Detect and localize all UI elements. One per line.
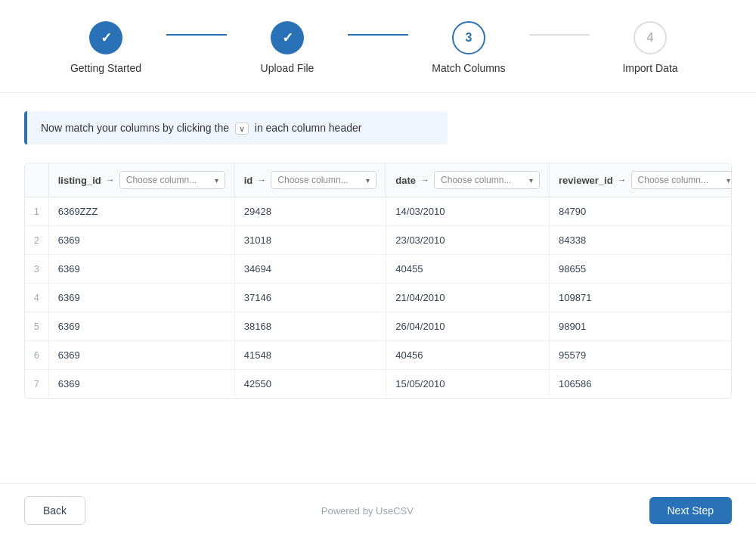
cell-reviewer-id: 84790 <box>550 197 732 226</box>
footer: Back Powered by UseCSV Next Step <box>0 483 756 537</box>
cell-listing-id: 6369 <box>48 226 234 255</box>
step-label-upload-file: Upload File <box>261 62 314 74</box>
data-table-wrapper: listing_id → Choose column... ▾ id → <box>24 163 732 399</box>
cell-reviewer-id: 98655 <box>550 255 732 284</box>
cell-listing-id: 6369 <box>48 312 234 341</box>
cell-date: 15/05/2010 <box>386 370 550 399</box>
listing-id-select[interactable]: Choose column... ▾ <box>119 171 225 189</box>
cell-date: 23/03/2010 <box>386 226 550 255</box>
next-step-button[interactable]: Next Step <box>649 497 732 524</box>
cell-id: 42550 <box>234 370 386 399</box>
chevron-example: ∨ <box>235 123 249 135</box>
step-circle-import-data: 4 <box>634 21 667 54</box>
brand-text: Powered by UseCSV <box>321 505 414 517</box>
check-icon-2: ✓ <box>282 29 293 46</box>
step-upload-file: ✓ Upload File <box>227 21 348 74</box>
cell-reviewer-id: 95579 <box>550 341 732 370</box>
arrow-icon-2: → <box>257 175 266 185</box>
cell-id: 31018 <box>234 226 386 255</box>
cell-row-num: 6 <box>25 341 48 370</box>
cell-listing-id: 6369 <box>48 370 234 399</box>
cell-listing-id: 6369 <box>48 341 234 370</box>
table-row: 3 6369 34694 40455 98655 <box>25 255 732 284</box>
check-icon: ✓ <box>101 29 112 46</box>
cell-date: 14/03/2010 <box>386 197 550 226</box>
dropdown-icon-3: ▾ <box>529 176 533 185</box>
step-number-match: 3 <box>466 31 472 45</box>
cell-date: 21/04/2010 <box>386 284 550 312</box>
cell-reviewer-id: 98901 <box>550 312 732 341</box>
data-table: listing_id → Choose column... ▾ id → <box>25 163 732 398</box>
cell-date: 40455 <box>386 255 550 284</box>
cell-id: 37146 <box>234 284 386 312</box>
cell-listing-id: 6369 <box>48 284 234 312</box>
step-label-import-data: Import Data <box>622 62 677 74</box>
main-content: Now match your columns by clicking the ∨… <box>0 93 756 483</box>
step-circle-upload-file: ✓ <box>271 21 304 54</box>
table-row: 1 6369ZZZ 29428 14/03/2010 84790 <box>25 197 732 226</box>
th-listing-id: listing_id → Choose column... ▾ <box>48 163 234 197</box>
step-getting-started: ✓ Getting Started <box>45 21 166 74</box>
arrow-icon-3: → <box>420 175 429 185</box>
cell-id: 38168 <box>234 312 386 341</box>
table-row: 6 6369 41548 40456 95579 <box>25 341 732 370</box>
cell-reviewer-id: 109871 <box>550 284 732 312</box>
dropdown-icon-1: ▾ <box>215 176 218 185</box>
cell-reviewer-id: 84338 <box>550 226 732 255</box>
arrow-icon-4: → <box>618 175 627 185</box>
step-circle-match-columns: 3 <box>452 21 485 54</box>
cell-row-num: 1 <box>25 197 48 226</box>
cell-row-num: 2 <box>25 226 48 255</box>
connector-2 <box>348 34 408 36</box>
th-reviewer-id: reviewer_id → Choose column... ▾ <box>550 163 732 197</box>
connector-1 <box>166 34 227 36</box>
cell-row-num: 5 <box>25 312 48 341</box>
cell-id: 41548 <box>234 341 386 370</box>
info-text: Now match your columns by clicking the ∨… <box>41 122 361 134</box>
step-label-match-columns: Match Columns <box>432 62 505 74</box>
cell-id: 29428 <box>234 197 386 226</box>
connector-3 <box>529 34 590 36</box>
cell-id: 34694 <box>234 255 386 284</box>
table-row: 4 6369 37146 21/04/2010 109871 <box>25 284 732 312</box>
stepper: ✓ Getting Started ✓ Upload File 3 Match … <box>0 0 756 93</box>
back-button[interactable]: Back <box>24 496 85 525</box>
step-number-import: 4 <box>647 31 654 45</box>
th-row-num <box>25 163 48 197</box>
th-id: id → Choose column... ▾ <box>234 163 386 197</box>
dropdown-icon-4: ▾ <box>727 176 730 185</box>
arrow-icon-1: → <box>106 175 115 185</box>
table-row: 7 6369 42550 15/05/2010 106586 <box>25 370 732 399</box>
cell-listing-id: 6369 <box>48 255 234 284</box>
table-row: 2 6369 31018 23/03/2010 84338 <box>25 226 732 255</box>
table-body: 1 6369ZZZ 29428 14/03/2010 84790 2 6369 … <box>25 197 732 399</box>
table-row: 5 6369 38168 26/04/2010 98901 <box>25 312 732 341</box>
id-select[interactable]: Choose column... ▾ <box>271 171 376 189</box>
step-match-columns: 3 Match Columns <box>408 21 529 74</box>
cell-date: 26/04/2010 <box>386 312 550 341</box>
step-circle-getting-started: ✓ <box>89 21 122 54</box>
info-box: Now match your columns by clicking the ∨… <box>24 111 448 144</box>
cell-date: 40456 <box>386 341 550 370</box>
th-date: date → Choose column... ▾ <box>386 163 550 197</box>
dropdown-icon-2: ▾ <box>366 176 370 185</box>
table-header-row: listing_id → Choose column... ▾ id → <box>25 163 732 197</box>
reviewer-id-select[interactable]: Choose column... ▾ <box>631 171 732 189</box>
cell-row-num: 4 <box>25 284 48 312</box>
date-select[interactable]: Choose column... ▾ <box>434 171 540 189</box>
cell-reviewer-id: 106586 <box>550 370 732 399</box>
cell-row-num: 7 <box>25 370 48 399</box>
cell-listing-id: 6369ZZZ <box>48 197 234 226</box>
step-import-data: 4 Import Data <box>590 21 711 74</box>
step-label-getting-started: Getting Started <box>70 62 141 74</box>
cell-row-num: 3 <box>25 255 48 284</box>
